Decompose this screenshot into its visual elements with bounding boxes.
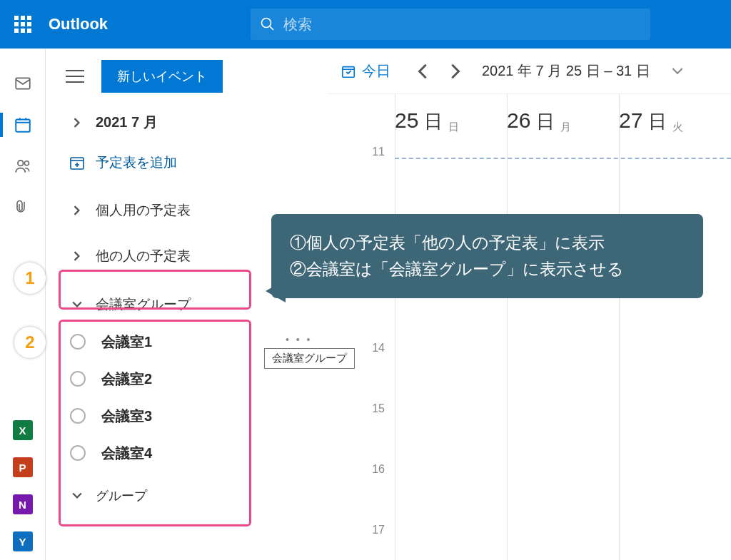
day-column[interactable]: 26日月: [507, 94, 619, 137]
chevron-right-icon: [66, 205, 89, 215]
calendar-add-icon: [66, 154, 89, 171]
calendar-toolbar: 今日 2021 年 7 月 25 日 – 31 日: [328, 49, 731, 94]
month-label: 2021 7 月: [96, 113, 158, 132]
svg-point-0: [262, 19, 271, 28]
group-label: 他の人の予定表: [96, 247, 191, 265]
list-item[interactable]: 会議室4: [66, 434, 328, 472]
list-item[interactable]: 会議室3: [66, 397, 328, 434]
next-week-button[interactable]: [439, 56, 470, 87]
powerpoint-icon[interactable]: P: [13, 457, 33, 477]
chevron-down-icon: [66, 491, 89, 501]
group-label: グループ: [96, 487, 147, 504]
day-of-week: 日: [448, 121, 459, 134]
search-icon: [261, 17, 275, 31]
calendar-icon: [14, 116, 32, 134]
chevron-right-icon: [66, 118, 89, 128]
app-launcher-icon[interactable]: [9, 10, 37, 39]
meeting-room-label: 会議室3: [101, 407, 152, 426]
month-picker[interactable]: 2021 7 月: [46, 113, 328, 132]
svg-point-8: [24, 161, 29, 166]
svg-line-1: [270, 26, 273, 30]
rail-mail[interactable]: [0, 64, 46, 103]
day-unit: 日: [424, 109, 443, 134]
meeting-room-label: 会議室1: [101, 332, 152, 352]
app-name: Outlook: [49, 15, 108, 34]
onenote-icon[interactable]: N: [13, 494, 33, 514]
tooltip: 会議室グループ: [264, 348, 355, 369]
calendar-view: 25日日 26日月 27日火 11 14 15 16 17: [328, 94, 731, 560]
calendar-today-icon: [341, 63, 356, 79]
calendar-group-groups[interactable]: グループ: [46, 477, 328, 514]
yammer-icon[interactable]: Y: [13, 531, 33, 551]
radio-icon: [70, 371, 86, 387]
day-column[interactable]: 25日日: [395, 94, 507, 137]
svg-rect-3: [16, 119, 30, 131]
search-box[interactable]: 検索: [251, 9, 650, 40]
sidebar: 新しいイベント 2021 7 月 予定表を追加 個人用の予定表 他の人の予定表 …: [46, 49, 328, 560]
time-label: 16: [328, 463, 385, 524]
attachment-icon: [14, 199, 31, 216]
search-placeholder: 検索: [283, 15, 312, 34]
calendar-grid[interactable]: [395, 146, 731, 560]
group-label: 会議室グループ: [96, 295, 191, 314]
current-time-line: [395, 158, 731, 159]
meeting-room-label: 会議室4: [101, 444, 152, 463]
rail-people[interactable]: [0, 147, 46, 185]
svg-rect-2: [16, 78, 30, 88]
day-number: 27: [619, 108, 642, 133]
mail-icon: [14, 74, 32, 93]
day-of-week: 月: [560, 121, 571, 134]
svg-rect-13: [343, 66, 355, 77]
callout-line: ②会議室は「会議室グループ」に表示させる: [290, 256, 685, 282]
time-label: 15: [328, 402, 385, 463]
day-unit: 日: [536, 109, 555, 134]
callout-line: ①個人の予定表「他の人の予定表」に表示: [290, 230, 685, 256]
more-icon[interactable]: • • •: [286, 334, 312, 345]
chevron-down-icon: [66, 300, 89, 310]
annotation-callout: ①個人の予定表「他の人の予定表」に表示 ②会議室は「会議室グループ」に表示させる: [271, 214, 703, 298]
add-calendar-label: 予定表を追加: [96, 153, 177, 172]
date-range: 2021 年 7 月 25 日 – 31 日: [482, 61, 650, 81]
meeting-room-label: 会議室2: [101, 370, 152, 389]
rail-calendar[interactable]: [0, 106, 46, 144]
today-label: 今日: [362, 61, 390, 81]
today-button[interactable]: 今日: [341, 61, 390, 81]
top-bar: Outlook 検索: [0, 0, 731, 49]
day-number: 25: [395, 108, 418, 133]
range-dropdown[interactable]: [662, 56, 693, 87]
rail-files[interactable]: [0, 188, 46, 227]
prev-week-button[interactable]: [408, 56, 439, 87]
day-header: 25日日 26日月 27日火: [395, 94, 731, 137]
day-unit: 日: [648, 109, 667, 134]
time-label: 17: [328, 524, 385, 560]
radio-icon: [70, 334, 86, 350]
svg-point-7: [17, 161, 23, 166]
add-calendar[interactable]: 予定表を追加: [46, 153, 328, 172]
radio-icon: [70, 445, 86, 461]
chevron-right-icon: [66, 251, 89, 261]
hamburger-icon[interactable]: [66, 70, 84, 83]
people-icon: [14, 157, 32, 175]
day-number: 26: [507, 108, 530, 133]
new-event-button[interactable]: 新しいイベント: [101, 60, 223, 93]
radio-icon: [70, 408, 86, 424]
annotation-badge-1: 1: [14, 263, 46, 294]
day-of-week: 火: [672, 121, 683, 134]
group-label: 個人用の予定表: [96, 201, 191, 220]
meeting-room-list: 会議室1 会議室2 会議室3 会議室4: [46, 323, 328, 472]
time-label: 11: [328, 146, 385, 206]
nav-rail: X P N Y: [0, 49, 46, 560]
day-column[interactable]: 27日火: [619, 94, 731, 137]
annotation-badge-2: 2: [14, 327, 46, 358]
excel-icon[interactable]: X: [13, 420, 33, 440]
